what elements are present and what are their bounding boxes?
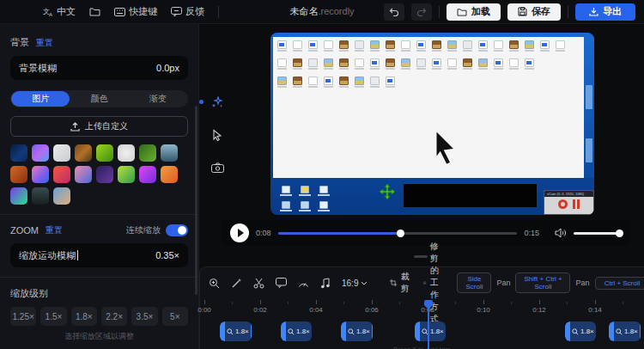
volume-slider[interactable] [574, 232, 622, 235]
ruler-tick [372, 300, 373, 304]
playhead-line[interactable] [428, 307, 429, 349]
load-button[interactable]: 加载 [447, 3, 501, 21]
wallpaper-thumb[interactable] [118, 166, 135, 183]
tab-gradient[interactable]: 渐变 [129, 91, 187, 107]
feedback-button[interactable]: 反馈 [171, 5, 204, 18]
wallpaper-thumb[interactable] [53, 166, 70, 183]
open-project-button[interactable] [89, 7, 100, 16]
play-button[interactable] [230, 223, 249, 242]
file-label [324, 50, 333, 52]
magnifier-icon [227, 328, 234, 335]
segment-handle-right[interactable] [640, 321, 641, 341]
zoom-track[interactable]: Press T to add trim 1.8×1.8×1.8×1.8×1.8×… [200, 317, 644, 349]
ruler-tick [595, 300, 596, 304]
file-icon [555, 40, 566, 52]
zoom-level-option[interactable]: 1.8× [71, 307, 97, 326]
seek-thumb[interactable] [397, 230, 404, 237]
timeline-zoom-tool[interactable] [209, 278, 220, 289]
speed-tool[interactable] [298, 279, 309, 288]
file-icon [447, 40, 458, 52]
wallpaper-thumb[interactable] [32, 166, 49, 183]
zoom-segment[interactable]: 1.8× [281, 321, 312, 341]
wallpaper-thumb[interactable] [53, 144, 70, 162]
file-glyph [355, 58, 364, 67]
wallpaper-thumb[interactable] [96, 144, 113, 162]
zoom-segment[interactable]: 1.8× [609, 321, 641, 341]
zoom-level-option[interactable]: 2.2× [101, 307, 127, 326]
background-reset-link[interactable]: 重置 [36, 37, 53, 49]
wallpaper-thumb[interactable] [10, 144, 27, 162]
file-icon [338, 58, 349, 70]
segment-handle-right[interactable] [372, 321, 373, 341]
file-label [370, 86, 380, 88]
seek-bar[interactable] [278, 232, 518, 235]
redo-button[interactable] [411, 3, 432, 21]
video-preview[interactable]: vCam (0, 0, 1920, 1080) [270, 33, 594, 215]
wallpaper-thumb[interactable] [32, 144, 49, 162]
hint-action: Pan [496, 279, 510, 287]
download-icon [589, 7, 598, 16]
file-glyph [463, 40, 472, 49]
desktop-shortcut-icons [279, 186, 339, 211]
tab-image[interactable]: 图片 [11, 91, 70, 107]
wallpaper-thumb[interactable] [75, 166, 92, 183]
ruler-minor-tick [399, 302, 400, 304]
upload-custom-button[interactable]: 上传自定义 [10, 116, 188, 137]
zoom-level-option[interactable]: 1.5× [40, 307, 66, 326]
motion-blur-field[interactable]: 缩放运动模糊 0.35× [10, 243, 188, 267]
magic-wand-tool[interactable] [231, 278, 242, 289]
zoom-level-option[interactable]: 5× [162, 307, 188, 326]
zoom-segment[interactable]: 1.8× [565, 321, 596, 341]
volume-icon[interactable] [555, 228, 567, 238]
export-button[interactable]: 导出 [575, 3, 635, 21]
file-label [494, 50, 503, 52]
background-blur-label: 背景模糊 [19, 62, 57, 75]
cut-tool[interactable] [253, 278, 264, 289]
language-switch[interactable]: 文A 中文 [43, 5, 76, 18]
zoom-level-option[interactable]: 3.5× [131, 307, 157, 326]
file-label [277, 68, 287, 70]
wallpaper-thumb[interactable] [96, 166, 113, 183]
wallpaper-thumb[interactable] [161, 144, 178, 162]
zoom-segment[interactable]: 1.8× [220, 321, 252, 341]
track-hint: Press T to add trim [200, 346, 644, 349]
camera-tool[interactable] [208, 158, 227, 177]
save-button[interactable]: 保存 [507, 3, 561, 21]
continuous-zoom-toggle[interactable] [166, 224, 188, 236]
ruler-tick [483, 300, 484, 304]
zoom-segment[interactable]: 1.8× [415, 321, 446, 341]
aspect-ratio-select[interactable]: 16:9 [342, 279, 368, 288]
cursor-tool[interactable] [208, 126, 227, 144]
undo-button[interactable] [384, 3, 404, 21]
file-label [416, 68, 426, 70]
segment-handle-right[interactable] [251, 321, 252, 341]
auto-zoom-tool[interactable] [208, 93, 227, 112]
file-glyph [324, 77, 333, 85]
zoom-segment[interactable]: 1.8× [341, 321, 373, 341]
wallpaper-thumb[interactable] [10, 166, 27, 183]
crop-button[interactable]: 裁剪 [390, 271, 412, 295]
recorded-mouse-cursor [432, 127, 461, 172]
wallpaper-thumb[interactable] [139, 166, 156, 183]
wallpaper-thumb[interactable] [53, 187, 70, 205]
file-glyph [308, 58, 318, 67]
file-label [355, 68, 364, 70]
wallpaper-thumb[interactable] [10, 187, 27, 205]
wallpaper-thumb[interactable] [75, 144, 92, 162]
zoom-reset-link[interactable]: 重置 [46, 224, 63, 236]
background-blur-field[interactable]: 背景模糊 0.0px [10, 56, 188, 80]
comment-tool[interactable] [276, 278, 287, 288]
audio-tool[interactable] [320, 278, 331, 289]
tab-color[interactable]: 颜色 [70, 91, 128, 107]
timeline-ruler[interactable]: 0:000:020:040:060:080:100:120:14 [200, 298, 644, 317]
sidebar-scrollbar[interactable] [195, 106, 197, 295]
wallpaper-thumb[interactable] [161, 166, 178, 183]
zoom-level-option[interactable]: 1.25× [10, 307, 36, 326]
shortcuts-button[interactable]: 快捷键 [114, 5, 157, 18]
file-glyph [401, 58, 410, 67]
wallpaper-thumb[interactable] [118, 144, 135, 162]
wallpaper-thumb[interactable] [32, 187, 49, 205]
volume-thumb[interactable] [616, 230, 623, 237]
wallpaper-thumb[interactable] [139, 144, 156, 162]
file-glyph [416, 40, 426, 49]
